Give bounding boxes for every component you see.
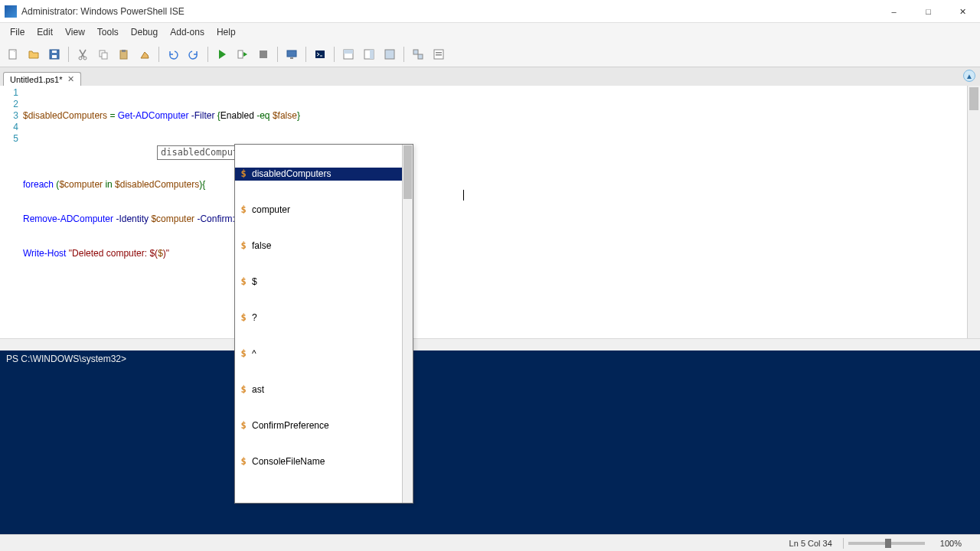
line-number: 4 (0, 122, 18, 133)
run-selection-button[interactable] (234, 45, 252, 64)
text-cursor (463, 190, 464, 201)
scrollbar-thumb[interactable] (969, 87, 978, 110)
toolbar-separator (334, 47, 335, 62)
intellisense-item[interactable]: $false (235, 240, 413, 253)
script-tabbar: Untitled1.ps1* ✕ ▲ (0, 67, 980, 86)
console-pane[interactable]: PS C:\WINDOWS\system32> (0, 350, 980, 543)
cut-button[interactable] (74, 45, 92, 64)
show-script-max-button[interactable] (381, 45, 399, 64)
statusbar: Ln 5 Col 34 100% (0, 534, 980, 551)
toolbar-separator (305, 47, 306, 62)
close-button[interactable]: ✕ (946, 0, 980, 23)
line-number: 3 (0, 110, 18, 122)
variable-icon: $ (238, 168, 249, 180)
svg-rect-24 (436, 54, 442, 56)
menu-file[interactable]: File (4, 24, 31, 40)
variable-icon: $ (238, 276, 249, 288)
toolbar-separator (403, 47, 404, 62)
script-editor[interactable]: 1 2 3 4 5 $disabledComputers = Get-ADCom… (0, 86, 980, 338)
svg-rect-3 (52, 51, 57, 53)
line-number: 1 (0, 87, 18, 99)
script-tab[interactable]: Untitled1.ps1* ✕ (3, 72, 81, 86)
variable-icon: $ (238, 348, 249, 360)
svg-rect-12 (287, 51, 296, 57)
remote-button[interactable] (283, 45, 301, 64)
menu-addons[interactable]: Add-ons (164, 24, 211, 40)
toolbar-separator (207, 47, 208, 62)
minimize-button[interactable]: – (877, 0, 911, 23)
scrollbar-thumb[interactable] (403, 145, 412, 199)
toolbar-separator (277, 47, 278, 62)
menubar: File Edit View Tools Debug Add-ons Help (0, 23, 980, 41)
variable-icon: $ (238, 240, 249, 252)
maximize-button[interactable]: □ (911, 0, 946, 23)
intellisense-popup[interactable]: $disabledComputers $computer $false $$ $… (234, 144, 413, 504)
tab-close-icon[interactable]: ✕ (67, 74, 74, 84)
toolbar-separator (158, 47, 159, 62)
run-script-button[interactable] (213, 45, 231, 64)
redo-button[interactable] (185, 45, 203, 64)
show-command-button[interactable] (430, 45, 448, 64)
clear-button[interactable] (136, 45, 154, 64)
variable-icon: $ (238, 204, 249, 216)
svg-rect-14 (315, 51, 325, 58)
svg-rect-16 (344, 50, 353, 54)
menu-view[interactable]: View (59, 24, 91, 40)
svg-rect-9 (122, 50, 126, 52)
console-prompt: PS C:\WINDOWS\system32> (6, 354, 974, 364)
variable-icon: $ (238, 420, 249, 432)
stop-button[interactable] (254, 45, 273, 64)
toolbar (0, 41, 980, 67)
zoom-slider[interactable] (848, 542, 925, 545)
svg-rect-19 (385, 50, 394, 59)
status-zoom-level: 100% (929, 539, 972, 548)
editor-vertical-scrollbar[interactable] (967, 86, 980, 338)
show-script-top-button[interactable] (339, 45, 358, 64)
intellisense-item[interactable]: $? (235, 311, 413, 324)
open-file-button[interactable] (24, 45, 43, 64)
line-number: 2 (0, 99, 18, 110)
toolbar-separator (68, 47, 69, 62)
variable-icon: $ (238, 384, 249, 396)
zoom-slider-thumb[interactable] (885, 539, 891, 548)
tab-label: Untitled1.ps1* (10, 75, 63, 84)
menu-help[interactable]: Help (211, 24, 242, 40)
svg-rect-2 (52, 55, 57, 58)
svg-rect-13 (290, 57, 293, 59)
intellisense-item[interactable]: $ConsoleFileName (235, 455, 413, 468)
copy-button[interactable] (94, 45, 113, 64)
status-cursor-position: Ln 5 Col 34 (779, 539, 843, 548)
code-area[interactable]: $disabledComputers = Get-ADComputer -Fil… (23, 86, 967, 338)
save-button[interactable] (45, 45, 64, 64)
svg-rect-21 (418, 54, 423, 59)
window-controls: – □ ✕ (877, 0, 980, 22)
line-number: 5 (0, 133, 18, 145)
intellisense-item[interactable]: $$ (235, 276, 413, 289)
app-icon (5, 5, 17, 18)
intellisense-item[interactable]: $computer (235, 204, 413, 217)
menu-tools[interactable]: Tools (91, 24, 125, 40)
paste-button[interactable] (115, 45, 133, 64)
powershell-button[interactable] (311, 45, 329, 64)
script-pane-toggle-icon[interactable]: ▲ (963, 70, 975, 82)
intellisense-item[interactable]: $disabledComputers (235, 168, 413, 181)
menu-debug[interactable]: Debug (125, 24, 164, 40)
intellisense-scrollbar[interactable] (402, 145, 413, 503)
menu-edit[interactable]: Edit (31, 24, 59, 40)
new-file-button[interactable] (4, 45, 22, 64)
intellisense-item[interactable]: $ast (235, 383, 413, 396)
show-command-addon-button[interactable] (409, 45, 427, 64)
svg-point-4 (79, 57, 82, 60)
svg-rect-18 (370, 50, 374, 59)
svg-rect-11 (260, 51, 267, 58)
intellisense-item[interactable]: $^ (235, 347, 413, 360)
line-gutter: 1 2 3 4 5 (0, 86, 23, 338)
undo-button[interactable] (164, 45, 182, 64)
svg-rect-20 (413, 50, 418, 54)
intellisense-item[interactable]: $ConfirmPreference (235, 419, 413, 432)
svg-rect-23 (436, 52, 442, 54)
variable-icon: $ (238, 456, 249, 468)
svg-rect-7 (102, 53, 107, 59)
window-title: Administrator: Windows PowerShell ISE (21, 6, 877, 17)
show-script-right-button[interactable] (360, 45, 378, 64)
